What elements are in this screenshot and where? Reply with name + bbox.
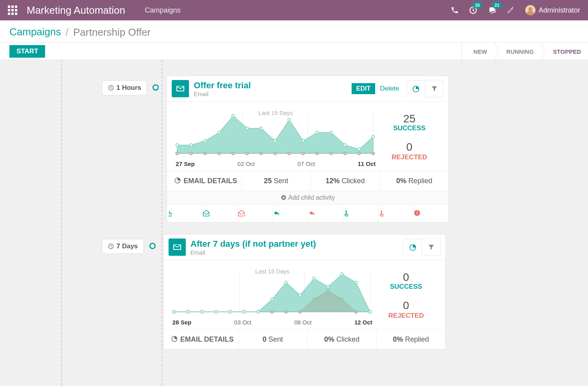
stats-box: 25 SUCCESS 0 REJECTED — [378, 108, 441, 167]
sent-cell: 25 Sent — [242, 171, 311, 191]
envelope-icon — [172, 80, 189, 97]
messages-icon[interactable]: 21 — [488, 6, 497, 15]
svg-point-29 — [302, 140, 305, 142]
trigger-icons-row — [167, 204, 448, 222]
xaxis-tick: 28 Sep — [172, 319, 191, 326]
svg-point-34 — [372, 135, 375, 138]
statusbar: NEW RUNNING STOPPED — [461, 43, 588, 60]
breadcrumb-current: Partnership Offer — [73, 26, 151, 38]
debug-icon[interactable] — [507, 6, 515, 14]
xaxis-tick: 11 Oct — [358, 160, 376, 167]
graph-tab-icon[interactable] — [403, 239, 422, 256]
svg-point-65 — [270, 298, 273, 301]
svg-point-28 — [288, 118, 291, 121]
breadcrumb-root[interactable]: Campaigns — [9, 26, 61, 38]
delay-pill[interactable]: 7 Days — [102, 239, 144, 254]
filter-tab-icon[interactable] — [425, 80, 444, 97]
success-label: SUCCESS — [375, 283, 437, 291]
envelope-icon — [169, 239, 186, 256]
click-icon[interactable] — [343, 205, 379, 222]
xaxis-tick: 12 Oct — [354, 319, 372, 326]
user-menu[interactable]: Administrator — [525, 5, 580, 15]
xaxis-tick: 03 Oct — [234, 319, 251, 326]
activity-type: Email — [194, 91, 251, 97]
svg-point-23 — [218, 131, 221, 134]
username: Administrator — [539, 6, 580, 15]
menu-campaigns[interactable]: Campaigns — [145, 6, 180, 15]
status-stopped[interactable]: STOPPED — [541, 43, 588, 60]
not-click-icon[interactable] — [379, 205, 414, 222]
topbar: Marketing Automation Campaigns 10 21 Adm… — [0, 0, 588, 20]
success-count: 25 — [378, 113, 441, 125]
reply-icon[interactable] — [273, 205, 308, 222]
activity-chart: Last 15 Days 27 Sep 02 Oct 07 Oct 11 Oct — [173, 108, 378, 167]
replied-cell: 0% Replied — [377, 330, 445, 349]
svg-point-32 — [344, 144, 347, 146]
email-details-label[interactable]: EMAIL DETAILS — [167, 171, 241, 191]
bounce-icon[interactable] — [414, 205, 448, 222]
activity-title[interactable]: Offer free trial — [194, 80, 251, 91]
activity-type: Email — [191, 249, 316, 256]
mail-not-open-icon[interactable] — [238, 205, 273, 222]
edit-button[interactable]: EDIT — [352, 83, 375, 94]
activities-badge: 10 — [473, 2, 482, 8]
xaxis-tick: 27 Sep — [176, 160, 194, 167]
start-button[interactable]: START — [9, 45, 45, 58]
not-reply-icon[interactable] — [308, 205, 343, 222]
detail-bar: EMAIL DETAILS 25 Sent 12% Clicked 0% Rep… — [167, 171, 448, 191]
brand-title: Marketing Automation — [27, 4, 125, 16]
success-count: 0 — [375, 271, 437, 284]
avatar-icon — [525, 5, 535, 15]
filter-tab-icon[interactable] — [422, 239, 441, 256]
delete-button[interactable]: Delete — [375, 83, 404, 95]
timeline-line-outer — [61, 60, 62, 386]
svg-point-59 — [187, 311, 189, 313]
svg-point-62 — [229, 311, 231, 313]
mail-open-icon[interactable] — [202, 205, 238, 222]
svg-point-69 — [327, 286, 329, 288]
xaxis-tick: 07 Oct — [298, 160, 315, 167]
svg-point-63 — [243, 311, 245, 313]
replied-cell: 0% Replied — [380, 171, 448, 191]
breadcrumb-sep: / — [66, 26, 69, 38]
activities-icon[interactable]: 10 — [469, 6, 477, 15]
graph-tab-icon[interactable] — [407, 80, 425, 98]
svg-point-58 — [172, 311, 175, 313]
email-details-label[interactable]: EMAIL DETAILS — [164, 330, 238, 349]
card-header: After 7 days (if not partner yet) Email — [164, 235, 445, 260]
svg-rect-38 — [417, 214, 418, 215]
svg-point-26 — [260, 127, 263, 130]
messages-badge: 21 — [492, 2, 502, 8]
svg-point-70 — [341, 273, 343, 276]
activity-row: 1 Hours Offer free trial Email EDIT Dele… — [0, 76, 588, 222]
svg-point-71 — [355, 281, 358, 284]
status-running[interactable]: RUNNING — [494, 43, 541, 60]
timeline-line — [162, 60, 162, 386]
svg-point-30 — [316, 131, 319, 134]
delay-label: 1 Hours — [116, 84, 141, 92]
child-activity-icon[interactable] — [167, 205, 202, 222]
apps-icon[interactable] — [8, 5, 17, 15]
svg-point-27 — [274, 140, 277, 142]
success-label: SUCCESS — [378, 124, 441, 132]
activity-title[interactable]: After 7 days (if not partner yet) — [191, 239, 316, 249]
status-new[interactable]: NEW — [461, 43, 494, 60]
svg-rect-37 — [417, 211, 418, 214]
breadcrumb: Campaigns / Partnership Offer — [9, 26, 579, 42]
add-child-button[interactable]: Add child activity — [167, 191, 448, 204]
chart-period: Last 15 Days — [259, 109, 293, 116]
activity-row: 7 Days After 7 days (if not partner yet)… — [0, 234, 588, 350]
activity-chart: Last 15 Days 28 Sep 03 Oct 08 Oct 12 Oct — [170, 266, 375, 326]
delay-pill[interactable]: 1 Hours — [102, 80, 147, 95]
xaxis-tick: 02 Oct — [238, 160, 255, 167]
phone-icon[interactable] — [451, 6, 459, 14]
clicked-cell: 12% Clicked — [311, 171, 380, 191]
svg-point-68 — [312, 277, 315, 280]
clicked-cell: 0% Clicked — [307, 330, 376, 349]
svg-point-21 — [190, 144, 193, 146]
controlbar: START NEW RUNNING STOPPED — [0, 43, 588, 60]
svg-point-25 — [246, 127, 249, 130]
rejected-label: REJECTED — [378, 153, 441, 161]
svg-point-31 — [330, 131, 333, 134]
sent-cell: 0 Sent — [238, 330, 307, 349]
